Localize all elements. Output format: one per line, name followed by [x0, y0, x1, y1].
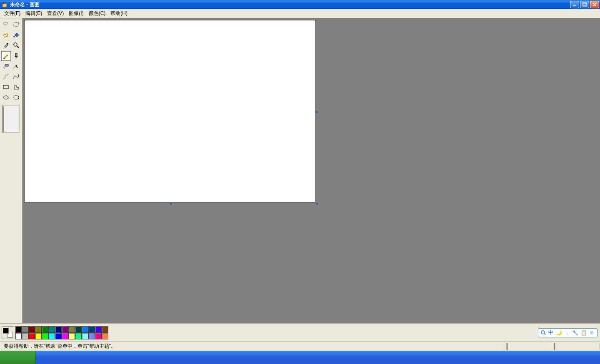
menu-file[interactable]: 文件(F) [2, 9, 23, 18]
window-title: 未命名 - 画图 [10, 1, 40, 8]
ime-emoji-icon[interactable]: ☺ [590, 330, 595, 336]
maximize-button[interactable] [580, 1, 589, 8]
ellipse-tool[interactable] [1, 92, 11, 102]
color-swatch[interactable] [95, 326, 102, 333]
color-swatch[interactable] [28, 333, 35, 339]
brush-tool[interactable] [11, 51, 21, 61]
svg-rect-22 [3, 85, 8, 89]
status-size [554, 343, 600, 350]
menu-help[interactable]: 帮助(H) [108, 9, 130, 18]
color-swatch[interactable] [62, 326, 68, 333]
color-swatch[interactable] [88, 326, 95, 333]
color-swatch[interactable] [102, 333, 108, 339]
svg-line-15 [17, 46, 19, 48]
color-swatch[interactable] [95, 333, 102, 339]
color-swatch[interactable] [28, 326, 35, 333]
svg-rect-3 [6, 2, 7, 4]
canvas[interactable] [24, 20, 316, 202]
color-swatch[interactable] [55, 333, 62, 339]
ime-clipboard-icon[interactable]: 📋 [581, 330, 587, 336]
color-swatch[interactable] [68, 326, 75, 333]
color-swatch[interactable] [102, 326, 108, 333]
minimize-button[interactable] [570, 1, 579, 8]
color-swatch[interactable] [75, 326, 82, 333]
svg-rect-24 [14, 96, 19, 99]
taskbar[interactable] [0, 351, 600, 364]
svg-point-12 [13, 36, 15, 37]
text-tool[interactable]: A [11, 61, 21, 71]
fill-tool[interactable] [11, 30, 21, 40]
svg-point-18 [4, 68, 5, 68]
svg-line-21 [3, 74, 8, 79]
svg-point-17 [3, 67, 4, 67]
status-bar: 要获得帮助，请在"帮助"菜单中，单击"帮助主题"。 [0, 342, 600, 351]
color-swatch[interactable] [42, 326, 48, 333]
color-swatch[interactable] [35, 326, 42, 333]
canvas-workspace[interactable] [22, 18, 600, 323]
color-swatch[interactable] [48, 333, 55, 339]
status-position [508, 343, 553, 350]
polygon-tool[interactable] [11, 82, 21, 92]
pencil-tool[interactable] [1, 51, 11, 61]
title-bar: 未命名 - 画图 [0, 0, 600, 9]
ime-search-icon[interactable] [541, 330, 546, 335]
airbrush-tool[interactable] [1, 61, 11, 71]
svg-rect-4 [573, 5, 576, 6]
svg-rect-16 [15, 53, 17, 56]
menu-colors[interactable]: 颜色(C) [86, 9, 108, 18]
menu-edit[interactable]: 编辑(E) [23, 9, 45, 18]
resize-handle-bottom[interactable] [170, 203, 172, 204]
menu-image[interactable]: 图像(I) [66, 9, 86, 18]
color-palette-bar: 中 🌙 ， 🔧 📋 ☺ [0, 323, 600, 342]
svg-point-19 [4, 66, 4, 67]
line-tool[interactable] [1, 72, 11, 82]
color-swatch[interactable] [88, 333, 95, 339]
color-swatch[interactable] [82, 326, 88, 333]
svg-point-25 [541, 331, 545, 334]
ime-mode[interactable]: 中 [548, 329, 553, 336]
toolbox: A [0, 18, 22, 323]
ime-settings-icon[interactable]: 🔧 [572, 330, 578, 336]
main-area: A [0, 18, 600, 323]
ime-toolbar[interactable]: 中 🌙 ， 🔧 📋 ☺ [538, 328, 598, 337]
eyedropper-tool[interactable] [1, 40, 11, 50]
color-swatch[interactable] [22, 326, 28, 333]
ime-punct[interactable]: ， [565, 329, 570, 336]
resize-handle-corner[interactable] [316, 203, 318, 204]
current-colors[interactable] [2, 327, 14, 339]
menu-bar: 文件(F)编辑(E)查看(V)图像(I)颜色(C)帮助(H) [0, 9, 600, 18]
resize-handle-right[interactable] [316, 111, 318, 113]
color-palette [15, 326, 108, 339]
svg-text:A: A [14, 63, 18, 70]
eraser-tool[interactable] [1, 30, 11, 40]
window-buttons [570, 1, 600, 8]
close-button[interactable] [590, 1, 599, 8]
color-swatch[interactable] [68, 333, 75, 339]
free-select-tool[interactable] [1, 20, 11, 30]
color-swatch[interactable] [15, 333, 22, 339]
svg-line-26 [544, 334, 545, 335]
rectangle-tool[interactable] [1, 82, 11, 92]
svg-rect-0 [2, 4, 7, 7]
start-button[interactable] [0, 351, 36, 364]
color-swatch[interactable] [82, 333, 88, 339]
foreground-color-indicator[interactable] [3, 328, 9, 334]
color-swatch[interactable] [15, 326, 22, 333]
svg-rect-10 [14, 22, 19, 26]
rounded-rect-tool[interactable] [11, 92, 21, 102]
color-swatch[interactable] [35, 333, 42, 339]
color-swatch[interactable] [42, 333, 48, 339]
menu-view[interactable]: 查看(V) [45, 9, 66, 18]
color-swatch[interactable] [75, 333, 82, 339]
ime-shape-icon[interactable]: 🌙 [556, 330, 562, 336]
svg-rect-13 [7, 43, 8, 45]
status-help-text: 要获得帮助，请在"帮助"菜单中，单击"帮助主题"。 [1, 343, 507, 350]
color-swatch[interactable] [62, 333, 68, 339]
curve-tool[interactable] [11, 72, 21, 82]
color-swatch[interactable] [22, 333, 28, 339]
rect-select-tool[interactable] [11, 20, 21, 30]
color-swatch[interactable] [48, 326, 55, 333]
color-swatch[interactable] [55, 326, 62, 333]
tool-options-box [2, 105, 20, 133]
magnifier-tool[interactable] [11, 40, 21, 50]
